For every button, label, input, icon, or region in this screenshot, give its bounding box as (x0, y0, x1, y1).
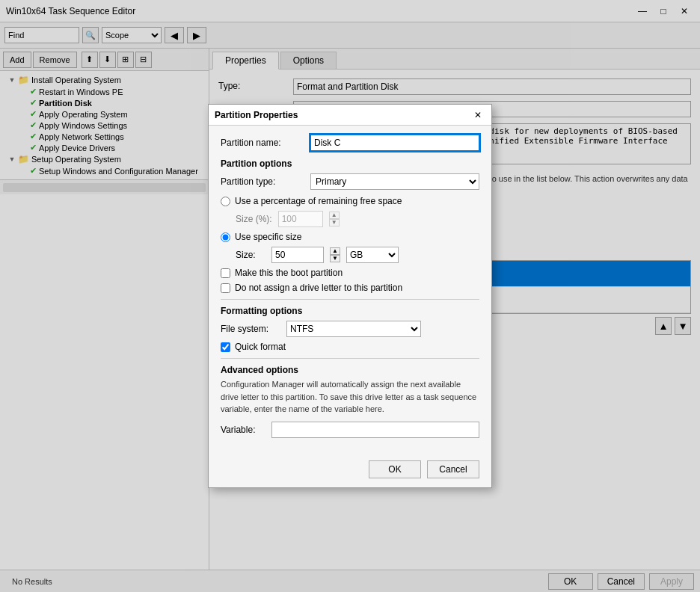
divider2 (221, 358, 479, 359)
radio-specific-label: Use specific size (235, 232, 301, 242)
radio-percentage-row: Use a percentage of remaining free space (221, 196, 479, 206)
pct-up-button[interactable]: ▲ (329, 212, 340, 219)
file-system-label: File system: (221, 324, 280, 334)
formatting-section: Formatting options (221, 306, 479, 316)
partition-name-field: Partition name: (221, 135, 479, 151)
radio-specific-size[interactable] (221, 232, 230, 242)
pct-down-button[interactable]: ▼ (329, 219, 340, 226)
partition-name-input[interactable] (310, 135, 479, 151)
radio-percentage-label: Use a percentage of remaining free space (235, 196, 402, 206)
dialog-ok-button[interactable]: OK (369, 460, 421, 478)
size-up-button[interactable]: ▲ (330, 247, 340, 255)
boot-partition-checkbox[interactable] (221, 268, 230, 278)
quick-format-label: Quick format (235, 342, 286, 352)
dialog-close-button[interactable]: ✕ (470, 108, 485, 122)
size-spinner: ▲ ▼ (330, 247, 340, 262)
quick-format-checkbox[interactable] (221, 342, 230, 352)
no-drive-letter-row: Do not assign a drive letter to this par… (221, 283, 479, 293)
variable-label: Variable: (221, 425, 265, 435)
variable-row: Variable: (221, 422, 479, 438)
size-pct-row: Size (%): ▲ ▼ (221, 211, 479, 227)
size-label: Size: (236, 250, 265, 260)
quick-format-row: Quick format (221, 342, 479, 352)
size-pct-label: Size (%): (236, 214, 272, 224)
dialog-body: Partition name: Partition options Partit… (209, 126, 491, 454)
partition-type-select[interactable]: Primary Extended Logical (310, 173, 479, 190)
partition-name-label: Partition name: (221, 138, 310, 148)
variable-input[interactable] (271, 422, 479, 438)
radio-percentage[interactable] (221, 197, 230, 206)
partition-type-label: Partition type: (221, 176, 310, 187)
dialog-title-bar: Partition Properties ✕ (209, 105, 491, 126)
size-input[interactable] (271, 247, 324, 263)
boot-partition-label: Make this the boot partition (235, 268, 343, 278)
partition-options-section: Partition options (221, 158, 479, 169)
partition-type-field: Partition type: Primary Extended Logical (221, 173, 479, 190)
advanced-text: Configuration Manager will automatically… (221, 378, 479, 416)
divider1 (221, 299, 479, 300)
dialog-footer: OK Cancel (209, 454, 491, 487)
file-system-row: File system: FAT FAT32 NTFS (221, 321, 479, 337)
radio-specific-row: Use specific size (221, 232, 479, 242)
size-specific-row: Size: ▲ ▼ MB GB (221, 247, 479, 263)
dialog-title: Partition Properties (215, 110, 298, 120)
boot-partition-row: Make this the boot partition (221, 268, 479, 278)
no-drive-letter-label: Do not assign a drive letter to this par… (235, 283, 402, 293)
size-unit-select[interactable]: MB GB (346, 247, 399, 263)
no-drive-letter-checkbox[interactable] (221, 283, 230, 293)
size-down-button[interactable]: ▼ (330, 255, 340, 262)
partition-properties-dialog: Partition Properties ✕ Partition name: P… (208, 104, 492, 488)
size-pct-input[interactable] (278, 211, 323, 227)
advanced-section: Advanced options (221, 365, 479, 375)
dialog-cancel-button[interactable]: Cancel (427, 460, 479, 478)
dialog-overlay: Partition Properties ✕ Partition name: P… (0, 0, 700, 592)
file-system-select[interactable]: FAT FAT32 NTFS (286, 321, 421, 337)
pct-spinner: ▲ ▼ (329, 212, 340, 226)
